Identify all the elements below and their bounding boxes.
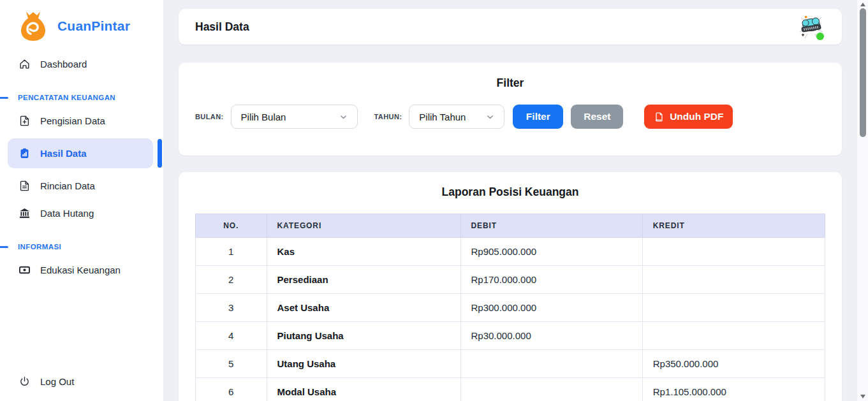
cell-kredit: Rp350.000.000 — [642, 350, 825, 378]
sidebar-item-label: Edukasi Keuangan — [40, 265, 121, 275]
status-dot — [816, 33, 824, 40]
report-table: NO. KATEGORI DEBIT KREDIT 1 Kas Rp905.00… — [195, 214, 825, 401]
cell-kredit: Rp1.105.000.000 — [642, 378, 825, 401]
tahun-select[interactable]: Pilih Tahun — [409, 105, 504, 129]
scrollbar-down-arrow[interactable] — [860, 395, 865, 398]
cell-kategori: Kas — [267, 238, 460, 266]
table-row: 2 Persediaan Rp170.000.000 — [196, 266, 825, 294]
sidebar-item-label: Data Hutang — [40, 208, 94, 219]
sidebar-item-dashboard[interactable]: Dashboard — [8, 52, 153, 76]
cell-kategori: Modal Usaha — [267, 378, 460, 401]
cell-kredit — [642, 294, 825, 322]
table-header-row: NO. KATEGORI DEBIT KREDIT — [196, 214, 825, 238]
logout-button[interactable]: Log Out — [8, 370, 153, 393]
sidebar-item-edukasi-keuangan[interactable]: Edukasi Keuangan — [8, 258, 153, 282]
table-row: 4 Piutang Usaha Rp30.000.000 — [196, 322, 825, 350]
sidebar-item-rincian-data[interactable]: Rincian Data — [8, 174, 153, 198]
sidebar-item-hasil-data[interactable]: Hasil Data — [8, 138, 153, 168]
bank-icon — [18, 207, 31, 219]
section-label-pencatatan-keuangan: PENCATATAN KEUANGAN — [18, 94, 163, 101]
cell-kategori: Persediaan — [267, 266, 460, 294]
brand-logo[interactable]: CuanPintar — [0, 0, 163, 50]
power-icon — [18, 375, 31, 388]
table-row: 5 Utang Usaha Rp350.000.000 — [196, 350, 825, 378]
sidebar-item-label: Hasil Data — [40, 148, 87, 159]
column-header-kredit: KREDIT — [642, 214, 825, 238]
sidebar-item-label: Dashboard — [40, 59, 87, 69]
chevron-down-icon — [339, 112, 348, 122]
table-row: 1 Kas Rp905.000.000 — [196, 238, 825, 266]
pdf-file-icon: PDF — [654, 112, 665, 122]
cell-debit: Rp300.000.000 — [460, 294, 642, 322]
filter-title: Filter — [195, 77, 825, 90]
bulan-select[interactable]: Pilih Bulan — [231, 105, 358, 129]
filter-card: Filter BULAN: Pilih Bulan TAHUN: Pilih T… — [179, 62, 842, 156]
cell-no: 1 — [196, 238, 267, 266]
section-label-informasi: INFORMASI — [18, 243, 163, 251]
money-bag-icon — [17, 10, 49, 43]
filter-button[interactable]: Filter — [513, 105, 563, 129]
cell-debit — [460, 378, 642, 401]
page-title: Hasil Data — [195, 20, 249, 34]
logout-label: Log Out — [40, 376, 74, 387]
tahun-select-value: Pilih Tahun — [419, 112, 466, 122]
sidebar-item-label: Rincian Data — [40, 180, 95, 191]
column-header-kategori: KATEGORI — [267, 214, 460, 238]
cell-debit: Rp170.000.000 — [460, 266, 642, 294]
bulan-select-value: Pilih Bulan — [241, 112, 286, 122]
sidebar-item-data-hutang[interactable]: Data Hutang — [8, 201, 153, 225]
cell-no: 5 — [196, 350, 267, 378]
cell-kategori: Aset Usaha — [267, 294, 460, 322]
home-icon — [18, 58, 31, 70]
user-avatar[interactable] — [797, 13, 825, 41]
tahun-label: TAHUN: — [374, 113, 402, 120]
report-card: Laporan Posisi Keuangan NO. KATEGORI DEB… — [179, 172, 842, 401]
scrollbar — [857, 0, 868, 401]
scrollbar-thumb[interactable] — [860, 8, 866, 137]
cell-no: 3 — [196, 294, 267, 322]
file-plus-icon — [18, 115, 31, 127]
table-row: 6 Modal Usaha Rp1.105.000.000 — [196, 378, 825, 401]
file-text-icon — [18, 180, 31, 192]
chevron-down-icon — [485, 112, 495, 122]
table-row: 3 Aset Usaha Rp300.000.000 — [196, 294, 825, 322]
cell-debit — [460, 350, 642, 378]
sidebar-item-pengisian-data[interactable]: Pengisian Data — [8, 109, 153, 133]
cell-no: 6 — [196, 378, 267, 401]
report-title: Laporan Posisi Keuangan — [195, 186, 825, 199]
filter-controls: BULAN: Pilih Bulan TAHUN: Pilih Tahun Fi… — [195, 105, 825, 129]
column-header-no: NO. — [196, 214, 267, 238]
unduh-pdf-label: Unduh PDF — [670, 111, 723, 122]
unduh-pdf-button[interactable]: PDF Unduh PDF — [644, 105, 733, 129]
cell-debit: Rp30.000.000 — [460, 322, 642, 350]
cell-kategori: Piutang Usaha — [267, 322, 460, 350]
banknote-icon — [18, 264, 31, 276]
cell-kategori: Utang Usaha — [267, 350, 460, 378]
cell-debit: Rp905.000.000 — [460, 238, 642, 266]
clipboard-chart-icon — [18, 147, 31, 159]
sidebar: CuanPintar Dashboard PENCATATAN KEUANGAN… — [0, 0, 163, 401]
svg-text:PDF: PDF — [656, 119, 662, 122]
main-content: Hasil Data Fi — [163, 0, 857, 401]
cell-kredit — [642, 238, 825, 266]
scrollbar-up-arrow[interactable] — [860, 3, 865, 6]
bulan-label: BULAN: — [195, 113, 224, 120]
brand-name: CuanPintar — [57, 18, 130, 34]
reset-button[interactable]: Reset — [571, 105, 623, 129]
cell-kredit — [642, 322, 825, 350]
cell-no: 2 — [196, 266, 267, 294]
cell-no: 4 — [196, 322, 267, 350]
sidebar-item-label: Pengisian Data — [40, 115, 105, 126]
cell-kredit — [642, 266, 825, 294]
column-header-debit: DEBIT — [460, 214, 642, 238]
sidebar-spacer — [0, 284, 163, 368]
page-header: Hasil Data — [179, 9, 842, 45]
